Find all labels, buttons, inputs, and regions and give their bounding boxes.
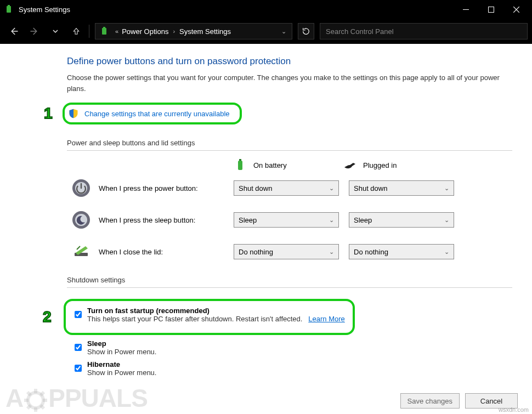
battery-app-icon-small [100,27,109,36]
shutdown-item-desc: This helps start your PC faster after sh… [87,315,345,323]
toolbar: « Power Options › System Settings ⌄ [0,19,532,44]
row-label: When I close the lid: [99,248,234,256]
maximize-button[interactable] [478,1,503,18]
checkbox-hibernate[interactable] [75,361,82,375]
save-button[interactable]: Save changes [400,393,460,409]
row-close-lid: When I close the lid: Do nothing⌄ Do not… [71,242,512,262]
sleep-icon [71,210,91,230]
svg-rect-0 [7,6,11,13]
shutdown-item-desc: Show in Power menu. [87,368,156,377]
select-sleep-battery[interactable]: Sleep⌄ [234,212,339,228]
column-header-label: Plugged in [363,161,397,169]
select-lid-plugged[interactable]: Do nothing⌄ [349,244,454,259]
section-title-buttons-lid: Power and sleep buttons and lid settings [67,137,512,151]
shutdown-item-title: Turn on fast startup (recommended) [87,307,345,315]
address-bar[interactable]: « Power Options › System Settings ⌄ [95,23,292,39]
shutdown-item-sleep: Sleep Show in Power menu. [72,339,512,356]
svg-rect-3 [488,7,494,12]
page-description: Choose the power settings that you want … [67,72,512,94]
svg-rect-6 [238,161,242,170]
row-label: When I press the sleep button: [99,216,234,224]
close-button[interactable] [503,1,529,18]
chevron-down-icon: ⌄ [444,248,449,256]
svg-rect-5 [103,27,105,28]
column-headers: On battery Plugged in [67,158,512,172]
row-sleep-button: When I press the sleep button: Sleep⌄ Sl… [71,210,512,230]
battery-icon [234,158,247,172]
minimize-button[interactable] [453,1,478,18]
column-plugged-in: Plugged in [343,158,453,172]
select-lid-battery[interactable]: Do nothing⌄ [234,244,339,259]
refresh-button[interactable] [298,23,314,39]
annotation-badge-2: 2 [43,308,52,326]
window-title: System Settings [19,5,453,14]
svg-rect-2 [463,9,469,10]
shutdown-item-hibernate: Hibernate Show in Power menu. [72,360,512,377]
chevron-right-icon: › [173,28,175,35]
back-button[interactable] [4,22,23,41]
svg-rect-1 [8,5,10,6]
search-input[interactable] [320,23,528,39]
chevron-down-icon: ⌄ [444,185,449,192]
chevron-down-icon: ⌄ [329,217,334,224]
annotation-callout-1: 1 Change settings that are currently una… [63,103,242,124]
svg-rect-7 [239,159,241,161]
address-dropdown-icon[interactable]: ⌄ [278,28,290,35]
change-settings-link[interactable]: Change settings that are currently unava… [84,110,230,118]
plug-icon [343,158,356,172]
shutdown-item-fast-startup: Turn on fast startup (recommended) This … [72,307,345,323]
power-icon [71,178,91,198]
section-title-shutdown: Shutdown settings [67,274,512,288]
content-area: Define power buttons and turn on passwor… [0,44,532,414]
breadcrumb-power-options[interactable]: Power Options [122,27,168,36]
row-label: When I press the power button: [99,184,234,192]
breadcrumb-overflow-icon[interactable]: « [115,28,118,35]
column-header-label: On battery [253,161,287,169]
chevron-down-icon: ⌄ [329,248,334,256]
chevron-down-icon: ⌄ [329,185,334,192]
battery-app-icon [4,5,13,14]
laptop-lid-icon [71,242,91,262]
up-button[interactable] [67,22,86,41]
breadcrumb-system-settings[interactable]: System Settings [179,27,231,36]
footer-buttons: Save changes Cancel [400,393,518,409]
checkbox-sleep[interactable] [75,341,82,354]
checkbox-fast-startup[interactable] [75,308,82,321]
select-power-battery[interactable]: Shut down⌄ [234,180,339,196]
select-power-plugged[interactable]: Shut down⌄ [349,180,454,196]
select-sleep-plugged[interactable]: Sleep⌄ [349,212,454,228]
chevron-down-icon: ⌄ [444,217,449,224]
shield-icon [68,108,79,119]
page-heading: Define power buttons and turn on passwor… [67,56,512,67]
svg-rect-4 [102,28,106,35]
learn-more-link[interactable]: Learn More [308,315,344,323]
annotation-badge-1: 1 [44,105,53,122]
cancel-button[interactable]: Cancel [465,393,518,409]
window-titlebar: System Settings [0,0,532,19]
row-power-button: When I press the power button: Shut down… [71,178,512,198]
shutdown-item-desc: Show in Power menu. [87,348,156,356]
recent-locations-button[interactable] [46,22,65,41]
forward-button[interactable] [25,22,44,41]
shutdown-item-title: Sleep [87,339,156,348]
annotation-callout-2: 2 Turn on fast startup (recommended) Thi… [64,299,355,335]
shutdown-item-title: Hibernate [87,360,156,368]
toolbar-separator [89,25,89,38]
column-on-battery: On battery [234,158,343,172]
